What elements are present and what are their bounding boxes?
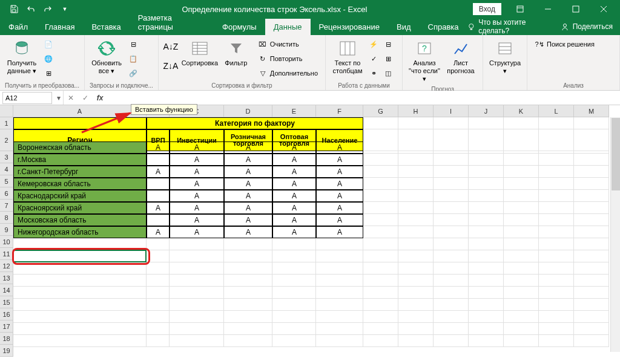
row-header-7[interactable]: 7 [0, 200, 13, 212]
row-header-9[interactable]: 9 [0, 224, 13, 236]
cell-D18[interactable] [224, 323, 272, 335]
reapply-button[interactable]: ↻Повторить [256, 52, 320, 65]
cell-I16[interactable] [434, 299, 469, 311]
cell-G1[interactable] [363, 117, 398, 129]
cell-B12[interactable] [147, 250, 170, 262]
cell-F4[interactable]: А [316, 154, 363, 166]
cell-B6[interactable] [147, 178, 170, 190]
cell-I10[interactable] [434, 226, 469, 238]
cell-L15[interactable] [539, 287, 574, 299]
cell-J1[interactable] [469, 117, 504, 129]
login-button[interactable]: Вход [473, 3, 501, 15]
cell-D13[interactable] [224, 262, 272, 275]
cell-G14[interactable] [363, 275, 398, 287]
cell-C17[interactable] [170, 311, 224, 323]
cell-F10[interactable]: А [316, 226, 363, 238]
cell-C18[interactable] [170, 323, 224, 335]
col-header-G[interactable]: G [363, 105, 398, 117]
cell-G5[interactable] [363, 166, 398, 178]
cell-E16[interactable] [272, 299, 316, 311]
minimize-icon[interactable] [534, 0, 562, 18]
cell-M7[interactable] [574, 190, 609, 202]
cell-M9[interactable] [574, 214, 609, 226]
cell-L18[interactable] [539, 323, 574, 335]
row-header-6[interactable]: 6 [0, 187, 13, 200]
cell-L7[interactable] [539, 190, 574, 202]
cell-F9[interactable]: А [316, 214, 363, 226]
cell-B7[interactable] [147, 190, 170, 202]
cell-M12[interactable] [574, 250, 609, 262]
cell-K3[interactable] [504, 141, 539, 154]
cell-C11[interactable] [170, 238, 224, 250]
solver-button[interactable]: ?↯Поиск решения [532, 37, 597, 51]
cell-B16[interactable] [147, 299, 170, 311]
remove-duplicates-button[interactable]: ⊟ [381, 37, 395, 51]
cell-E7[interactable]: А [272, 190, 316, 202]
cell-A12[interactable] [13, 250, 147, 262]
cell-D12[interactable] [224, 250, 272, 262]
cell-K19[interactable] [504, 335, 539, 347]
cell-C13[interactable] [170, 262, 224, 275]
row-header-1[interactable]: 1 [0, 117, 13, 129]
cell-L14[interactable] [539, 275, 574, 287]
cell-M5[interactable] [574, 166, 609, 178]
cell-M16[interactable] [574, 299, 609, 311]
cell-L1[interactable] [539, 117, 574, 129]
cell-B15[interactable] [147, 287, 170, 299]
cell-M19[interactable] [574, 335, 609, 347]
cell-D16[interactable] [224, 299, 272, 311]
col-header-M[interactable]: M [574, 105, 609, 117]
cell-E4[interactable]: А [272, 154, 316, 166]
cell-G16[interactable] [363, 299, 398, 311]
cell-D10[interactable]: А [224, 226, 272, 238]
cell-H14[interactable] [398, 275, 434, 287]
close-icon[interactable] [590, 0, 618, 18]
cell-K16[interactable] [504, 299, 539, 311]
cell-B19[interactable] [147, 335, 170, 347]
cell-B3[interactable]: А [147, 141, 170, 154]
cell-J4[interactable] [469, 154, 504, 166]
from-table-button[interactable]: ⊞ [41, 67, 56, 80]
cell-K10[interactable] [504, 226, 539, 238]
cell-H4[interactable] [398, 154, 434, 166]
cell-E14[interactable] [272, 275, 316, 287]
cell-D4[interactable]: А [224, 154, 272, 166]
cell-I5[interactable] [434, 166, 469, 178]
cell-A17[interactable] [13, 311, 147, 323]
cell-B17[interactable] [147, 311, 170, 323]
cell-H8[interactable] [398, 202, 434, 214]
cell-I6[interactable] [434, 178, 469, 190]
cell-M8[interactable] [574, 202, 609, 214]
cell-L12[interactable] [539, 250, 574, 262]
row-header-8[interactable]: 8 [0, 212, 13, 224]
clear-filter-button[interactable]: ⌧Очистить [256, 37, 320, 51]
cell-K6[interactable] [504, 178, 539, 190]
cell-I13[interactable] [434, 262, 469, 275]
cell-I17[interactable] [434, 311, 469, 323]
cell-L5[interactable] [539, 166, 574, 178]
cell-E10[interactable]: А [272, 226, 316, 238]
tab-data[interactable]: Данные [265, 19, 311, 35]
data-model-button[interactable]: ◫ [381, 67, 395, 80]
cell-C12[interactable] [170, 250, 224, 262]
data-validation-button[interactable]: ✓ [367, 52, 380, 65]
cell-D17[interactable] [224, 311, 272, 323]
cell-M4[interactable] [574, 154, 609, 166]
cell-B4[interactable] [147, 154, 170, 166]
cell-C9[interactable]: А [170, 214, 224, 226]
cell-L8[interactable] [539, 202, 574, 214]
cell-J8[interactable] [469, 202, 504, 214]
cell-K7[interactable] [504, 190, 539, 202]
cell-I8[interactable] [434, 202, 469, 214]
cell-K17[interactable] [504, 311, 539, 323]
cell-A9[interactable]: Московская область [13, 214, 147, 226]
cell-M18[interactable] [574, 323, 609, 335]
cell-C19[interactable] [170, 335, 224, 347]
row-header-18[interactable]: 18 [0, 333, 13, 345]
text-to-columns-button[interactable]: Текст по столбцам [331, 37, 364, 76]
outline-button[interactable]: Структура ▾ [488, 37, 522, 76]
cell-L9[interactable] [539, 214, 574, 226]
cell-I14[interactable] [434, 275, 469, 287]
cell-M13[interactable] [574, 262, 609, 275]
cell-B11[interactable] [147, 238, 170, 250]
